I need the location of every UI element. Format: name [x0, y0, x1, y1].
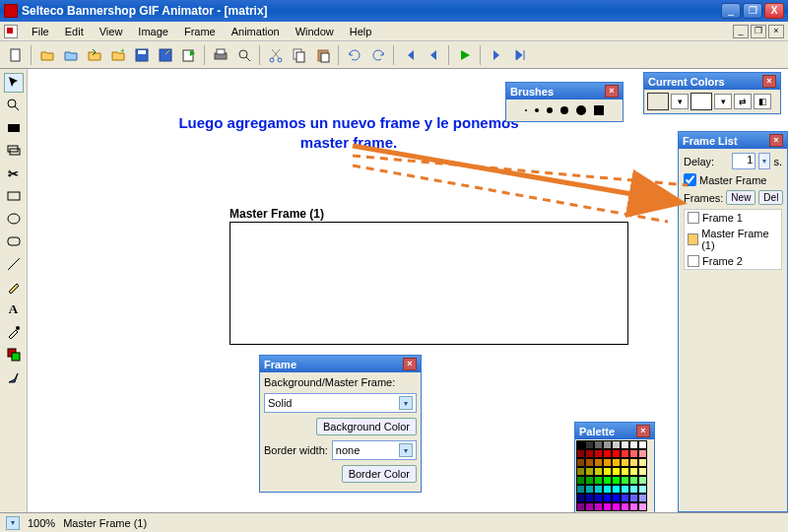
menu-image[interactable]: Image	[130, 24, 176, 39]
copy-icon[interactable]	[289, 44, 310, 66]
mdi-close-button[interactable]: ×	[768, 25, 784, 38]
ellipse-tool-icon[interactable]	[4, 209, 24, 229]
frame-new-button[interactable]: New	[726, 190, 755, 205]
palette-color[interactable]	[576, 458, 585, 467]
window-close-button[interactable]: X	[764, 3, 784, 19]
palette-color[interactable]	[576, 485, 585, 494]
palette-color[interactable]	[612, 494, 621, 502]
frame-list-item[interactable]: Frame 2	[685, 253, 781, 269]
palette-color[interactable]	[629, 476, 638, 485]
delay-dropdown-icon[interactable]: ▾	[758, 153, 770, 169]
print-icon[interactable]	[210, 44, 231, 66]
palette-color[interactable]	[603, 494, 612, 502]
palette-color[interactable]	[638, 502, 647, 511]
brushes-panel[interactable]: Brushes×	[505, 82, 624, 122]
redo-icon[interactable]	[367, 44, 389, 66]
palette-color[interactable]	[603, 440, 612, 449]
brush-size-5[interactable]	[576, 105, 586, 115]
rounded-rect-tool-icon[interactable]	[4, 232, 24, 251]
palette-color[interactable]	[603, 458, 612, 467]
menu-animation[interactable]: Animation	[224, 24, 288, 39]
swap-colors-icon[interactable]: ⇄	[734, 94, 752, 109]
palette-color[interactable]	[576, 502, 585, 511]
brush-size-4[interactable]	[560, 106, 568, 114]
palette-color[interactable]	[603, 467, 612, 476]
palette-color[interactable]	[612, 476, 621, 485]
palette-color[interactable]	[585, 467, 594, 476]
next-frame-icon[interactable]	[486, 44, 507, 66]
palette-color[interactable]	[603, 502, 612, 511]
palette-color[interactable]	[594, 449, 603, 458]
frame-panel[interactable]: Frame× Background/Master Frame: Solid▾ B…	[259, 355, 422, 493]
menu-window[interactable]: Window	[288, 24, 342, 39]
background-color-button[interactable]: Background Color	[316, 418, 417, 435]
add-folder-icon[interactable]: +	[107, 44, 129, 66]
zoom-dropdown-icon[interactable]: ▾	[6, 516, 20, 530]
canvas[interactable]	[230, 222, 628, 345]
palette-color[interactable]	[603, 449, 612, 458]
palette-color[interactable]	[621, 476, 629, 485]
undo-icon[interactable]	[344, 44, 365, 66]
palette-color[interactable]	[629, 440, 638, 449]
cursor-tool-icon[interactable]	[4, 73, 24, 93]
rect-fill-tool-icon[interactable]	[4, 118, 24, 138]
palette-close-icon[interactable]: ×	[636, 425, 650, 437]
palette-color[interactable]	[576, 494, 585, 502]
palette-color[interactable]	[576, 449, 585, 458]
palette-color[interactable]	[621, 467, 629, 476]
palette-color[interactable]	[621, 485, 629, 494]
brush-size-3[interactable]	[547, 107, 553, 113]
default-colors-icon[interactable]: ◧	[754, 94, 771, 109]
pen-tool-icon[interactable]	[4, 367, 24, 387]
palette-color[interactable]	[585, 449, 594, 458]
palette-color[interactable]	[612, 485, 621, 494]
current-colors-close-icon[interactable]: ×	[762, 75, 776, 88]
preview-icon[interactable]	[233, 44, 255, 66]
frame-list-close-icon[interactable]: ×	[769, 134, 783, 147]
palette-color[interactable]	[612, 458, 621, 467]
palette-color[interactable]	[629, 494, 638, 502]
master-frame-checkbox[interactable]	[684, 173, 696, 186]
palette-color[interactable]	[594, 485, 603, 494]
palette-color[interactable]	[576, 440, 585, 449]
bg-master-select[interactable]: Solid▾	[264, 393, 417, 413]
palette-color[interactable]	[594, 476, 603, 485]
foreground-color-swatch[interactable]	[647, 93, 669, 110]
cut-tool-icon[interactable]: ✂	[4, 164, 24, 183]
brushes-close-icon[interactable]: ×	[605, 85, 619, 98]
palette-color[interactable]	[594, 458, 603, 467]
palette-color[interactable]	[585, 458, 594, 467]
mdi-minimize-button[interactable]: _	[733, 25, 749, 38]
brush-square[interactable]	[594, 105, 604, 115]
palette-color[interactable]	[612, 502, 621, 511]
open-icon[interactable]	[36, 44, 58, 66]
palette-color[interactable]	[629, 502, 638, 511]
palette-color[interactable]	[585, 476, 594, 485]
line-tool-icon[interactable]	[4, 254, 24, 274]
menu-view[interactable]: View	[92, 24, 131, 39]
palette-color[interactable]	[612, 440, 621, 449]
palette-color[interactable]	[594, 502, 603, 511]
window-maximize-button[interactable]: ❐	[743, 3, 762, 19]
first-frame-icon[interactable]	[399, 44, 421, 66]
zoom-tool-icon[interactable]	[4, 96, 24, 115]
palette-color[interactable]	[585, 485, 594, 494]
palette-color[interactable]	[603, 476, 612, 485]
palette-color[interactable]	[594, 467, 603, 476]
save-icon[interactable]	[131, 44, 153, 66]
frame-list-item[interactable]: Frame 1	[685, 210, 781, 226]
palette-color[interactable]	[621, 449, 629, 458]
color-swatch-tool[interactable]	[4, 345, 24, 365]
palette-color[interactable]	[612, 467, 621, 476]
palette-color[interactable]	[594, 494, 603, 502]
menu-file[interactable]: File	[24, 24, 57, 39]
eyedropper-tool-icon[interactable]	[4, 322, 24, 342]
palette-color[interactable]	[638, 440, 647, 449]
fg-more-icon[interactable]: ▾	[671, 94, 689, 109]
menu-edit[interactable]: Edit	[57, 24, 92, 39]
brush-size-2[interactable]	[535, 108, 539, 112]
mdi-restore-button[interactable]: ❐	[751, 25, 766, 38]
border-width-select[interactable]: none▾	[332, 440, 417, 460]
delay-input[interactable]: 1	[732, 153, 755, 169]
pencil-tool-icon[interactable]	[4, 277, 24, 297]
